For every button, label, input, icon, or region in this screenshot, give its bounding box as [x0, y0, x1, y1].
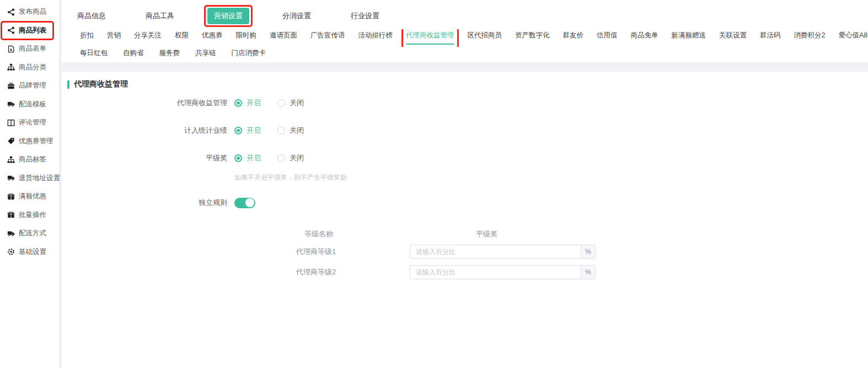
sitemap-icon [7, 63, 15, 71]
table-row-0: 代理商等级1 % [62, 242, 868, 262]
sidebar-item-5[interactable]: 配送模板 [0, 95, 59, 114]
section-header: 代理商收益管理 [62, 72, 868, 89]
share-nodes-icon [7, 8, 15, 16]
main-tab-2[interactable]: 营销设置 [207, 8, 249, 24]
subtab-1[interactable]: 营销 [107, 29, 121, 40]
subtab-17[interactable]: 群活码 [760, 29, 781, 40]
radio-group-agent-revenue: 开启 关闭 [234, 98, 304, 108]
level-name: 代理商等级1 [296, 247, 336, 257]
subtab-row2-3[interactable]: 共享链 [195, 47, 216, 58]
main-tab-3[interactable]: 分润设置 [276, 8, 318, 24]
radio-unselected-icon [277, 127, 285, 134]
percent-suffix: % [581, 245, 596, 259]
field-label: 计入统计业绩 [62, 126, 227, 136]
percentage-input[interactable] [410, 265, 581, 279]
level-name: 代理商等级2 [296, 267, 336, 277]
help-text: 如果不开启平级奖，则不产生平级奖励 [234, 173, 868, 182]
column-header-peer-award: 平级奖 [476, 229, 497, 239]
radio-selected-icon [234, 127, 242, 134]
radio-selected-icon [234, 99, 242, 107]
truck-icon [7, 230, 15, 237]
subtab-12[interactable]: 群友价 [563, 29, 584, 40]
header: 商品信息 商品工具 营销设置 分润设置 [62, 0, 868, 62]
percentage-input[interactable] [410, 245, 581, 259]
subtab-3[interactable]: 权限 [175, 29, 189, 40]
radio-option-on[interactable]: 开启 [234, 153, 261, 163]
subtab-18[interactable]: 消费积分2 [794, 29, 826, 40]
main-tab-0[interactable]: 商品信息 [71, 8, 112, 24]
main-tab-4[interactable]: 行业设置 [344, 8, 386, 24]
subtab-14[interactable]: 商品免单 [631, 29, 658, 40]
sidebar-item-2[interactable]: 商品表单 [0, 40, 59, 58]
radio-option-on[interactable]: 开启 [234, 126, 261, 136]
share-nodes-icon [7, 26, 15, 34]
sidebar-item-13[interactable]: 基础设置 [0, 243, 59, 262]
subtab-15[interactable]: 新满额赠送 [672, 29, 706, 40]
table-row-1: 代理商等级2 % [62, 262, 868, 283]
independent-rule-toggle[interactable] [234, 198, 255, 208]
tag-icon [7, 137, 15, 145]
section-accent-bar [67, 80, 69, 89]
columns-icon [7, 119, 15, 127]
table-header-row: 等级名称 平级奖 [62, 225, 868, 242]
gift-icon [7, 211, 15, 219]
sidebar-item-8[interactable]: 商品标签 [0, 150, 59, 169]
subtab-9[interactable]: 代理商收益管理 [406, 29, 454, 45]
truck-icon [7, 100, 15, 108]
sidebar-item-4[interactable]: 品牌管理 [0, 77, 59, 95]
radio-option-off[interactable]: 关闭 [277, 126, 304, 136]
sidebar-item-6[interactable]: 评论管理 [0, 113, 59, 132]
radio-option-on[interactable]: 开启 [234, 98, 261, 108]
content-panel: 代理商收益管理 代理商收益管理 开启 关闭 计入统计业绩 [62, 72, 868, 368]
sidebar-item-12[interactable]: 配送方式 [0, 224, 59, 243]
sidebar: 发布商品 商品列表 商品表单 商品分类 [0, 0, 60, 368]
subtab-13[interactable]: 信用值 [597, 29, 618, 40]
field-label: 平级奖 [62, 153, 227, 163]
page: 发布商品 商品列表 商品表单 商品分类 [0, 0, 868, 368]
file-form-icon [7, 45, 15, 53]
subtab-10[interactable]: 区代招商员 [468, 29, 502, 40]
sidebar-item-10[interactable]: 满额优惠 [0, 187, 59, 206]
form-row-peer-award: 平级奖 开启 关闭 [62, 144, 868, 172]
subnav-row1: 折扣 营销 分享关注 权限 优惠 [62, 29, 868, 47]
subtab-row2-0[interactable]: 每日红包 [80, 47, 108, 58]
form-row-agent-revenue: 代理商收益管理 开启 关闭 [62, 89, 868, 117]
sidebar-item-11[interactable]: 批量操作 [0, 206, 59, 225]
subtab-8[interactable]: 活动排行榜 [358, 29, 393, 40]
column-header-level-name: 等级名称 [304, 229, 333, 239]
main-tab-bar: 商品信息 商品工具 营销设置 分润设置 [62, 0, 868, 25]
gift-icon [7, 193, 15, 201]
radio-group-peer-award: 开启 关闭 [234, 153, 304, 163]
truck-icon [7, 174, 15, 182]
subtab-7[interactable]: 广告宣传语 [310, 29, 345, 40]
form-row-independent-rule: 独立规则 [62, 189, 868, 217]
subtab-row2-1[interactable]: 自购省 [123, 47, 144, 58]
radio-group-statistics: 开启 关闭 [234, 126, 304, 136]
subtab-5[interactable]: 限时购 [236, 29, 257, 40]
radio-unselected-icon [277, 99, 285, 107]
subtab-2[interactable]: 分享关注 [134, 29, 162, 40]
sidebar-item-9[interactable]: 退货地址设置 [0, 169, 59, 188]
sidebar-item-0[interactable]: 发布商品 [0, 3, 59, 21]
field-label: 代理商收益管理 [62, 98, 227, 108]
subtab-6[interactable]: 邀请页面 [270, 29, 297, 40]
briefcase-icon [7, 82, 15, 90]
sidebar-item-1[interactable]: 商品列表 [0, 21, 59, 40]
subtab-row2-2[interactable]: 服务费 [159, 47, 180, 58]
level-table: 等级名称 平级奖 代理商等级1 % 代理商等级2 [62, 225, 868, 283]
radio-option-off[interactable]: 关闭 [277, 153, 304, 163]
radio-unselected-icon [277, 154, 285, 162]
subtab-11[interactable]: 资产数字化 [515, 29, 550, 40]
gear-icon [7, 248, 15, 256]
subtab-19[interactable]: 爱心值A8 [838, 29, 867, 40]
main-tab-1[interactable]: 商品工具 [139, 8, 181, 24]
radio-selected-icon [234, 154, 242, 162]
form-row-statistics: 计入统计业绩 开启 关闭 [62, 117, 868, 144]
radio-option-off[interactable]: 关闭 [277, 98, 304, 108]
subtab-row2-4[interactable]: 门店消费卡 [232, 47, 266, 58]
subtab-4[interactable]: 优惠券 [202, 29, 223, 40]
subtab-16[interactable]: 关联设置 [719, 29, 747, 40]
sidebar-item-7[interactable]: 优惠券管理 [0, 132, 59, 151]
sidebar-item-3[interactable]: 商品分类 [0, 58, 59, 77]
subtab-0[interactable]: 折扣 [80, 29, 94, 40]
